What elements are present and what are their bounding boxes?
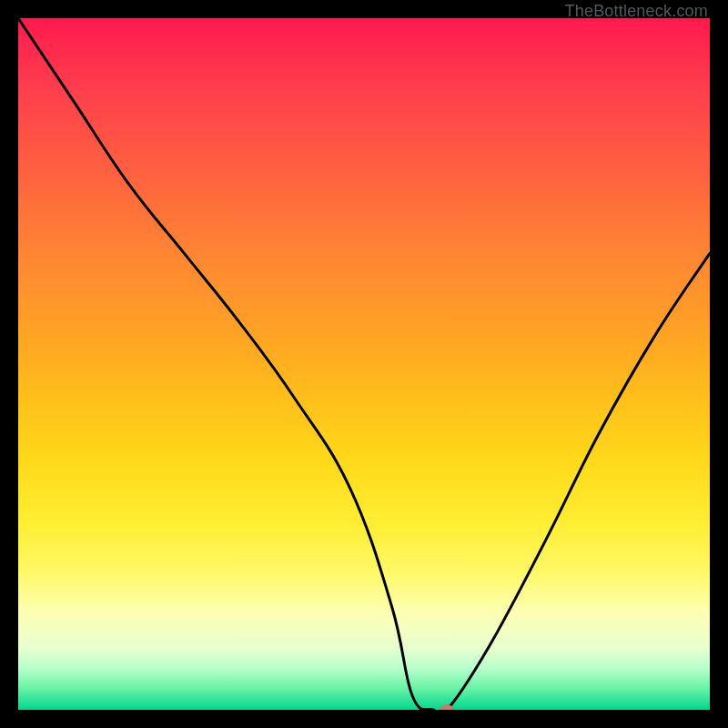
curve-marker (440, 704, 454, 710)
chart-svg (18, 18, 710, 710)
chart-frame: TheBottleneck.com (0, 0, 728, 728)
chart-plot-area (18, 18, 710, 710)
bottleneck-curve-path (18, 18, 710, 710)
